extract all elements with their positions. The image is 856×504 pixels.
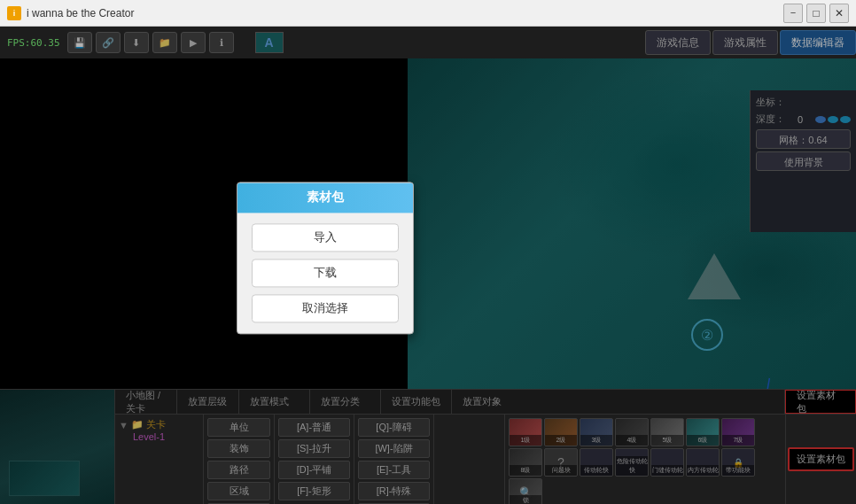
- titlebar: i i wanna be the Creator － □ ✕: [0, 0, 856, 27]
- cancel-select-button[interactable]: 取消选择: [252, 294, 399, 322]
- minimize-button[interactable]: －: [783, 4, 803, 23]
- maximize-button[interactable]: □: [806, 4, 826, 23]
- titlebar-left: i i wanna be the Creator: [7, 6, 134, 20]
- close-button[interactable]: ✕: [829, 4, 849, 23]
- modal-overlay[interactable]: 素材包 导入 下载 取消选择: [0, 27, 856, 504]
- window-controls: － □ ✕: [783, 4, 849, 23]
- main-content: FPS:60.35 💾 🔗 ⬇ 📁 ▶ ℹ A 游戏信息 游戏属性 数据编辑器 …: [0, 27, 856, 504]
- import-button[interactable]: 导入: [252, 223, 399, 252]
- download-button[interactable]: 下载: [252, 259, 399, 287]
- modal-body: 导入 下载 取消选择: [237, 213, 413, 333]
- material-pack-modal: 素材包 导入 下载 取消选择: [237, 182, 414, 334]
- window-title: i wanna be the Creator: [27, 7, 134, 19]
- app-icon: i: [7, 6, 21, 20]
- modal-header: 素材包: [237, 182, 413, 213]
